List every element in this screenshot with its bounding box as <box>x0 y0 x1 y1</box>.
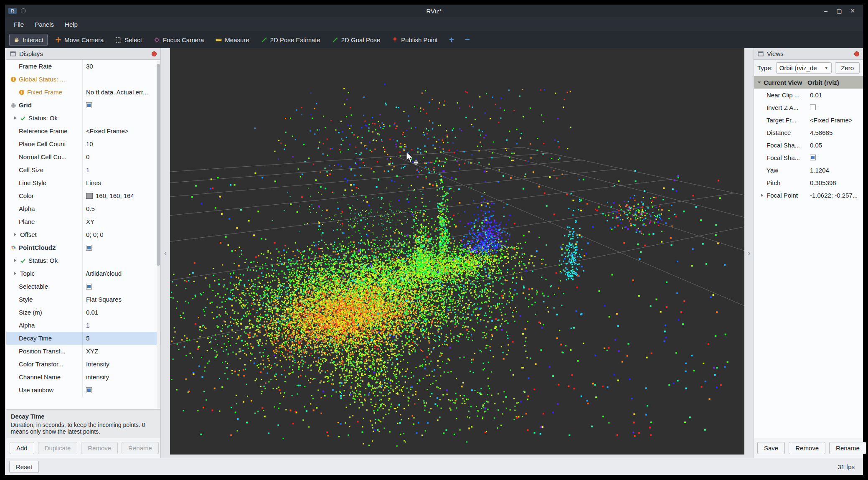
window-frame: R RViz* – ▢ ✕ FilePanelsHelp InteractMov… <box>5 5 863 475</box>
tool-move-camera[interactable]: Move Camera <box>51 34 108 46</box>
property-value: -1.0622; -0.257... <box>807 189 863 201</box>
property-name: PointCloud2 <box>19 244 56 251</box>
property-value: 10 <box>82 137 160 150</box>
expander-icon[interactable] <box>13 271 18 276</box>
menu-file[interactable]: File <box>8 18 29 30</box>
view-property-row-focal-point[interactable]: Focal Point-1.0622; -0.257... <box>754 189 863 201</box>
grid-checkbox[interactable] <box>86 102 92 108</box>
grid-icon <box>10 102 16 108</box>
view-type-select[interactable]: Orbit (rviz_de ▼ <box>776 62 832 74</box>
maximize-button[interactable]: ▢ <box>833 8 845 14</box>
view-type-value: Orbit (rviz_de <box>779 64 817 71</box>
property-row-position-transf[interactable]: Position Transf...XYZ <box>6 345 160 358</box>
color-swatch[interactable] <box>86 193 93 199</box>
property-row-alpha[interactable]: Alpha0.5 <box>6 202 160 215</box>
property-name: Alpha <box>19 322 35 329</box>
view-property-row-invert-z-a[interactable]: Invert Z A... <box>754 101 863 114</box>
property-row-fixed-frame[interactable]: Fixed FrameNo tf data. Actual err... <box>6 86 160 99</box>
tool-publish-point[interactable]: Publish Point <box>388 34 442 46</box>
property-row-channel-name[interactable]: Channel Nameintensity <box>6 371 160 383</box>
view-property-row-focal-sha[interactable]: Focal Sha...0.05 <box>754 139 863 151</box>
property-row-style[interactable]: StyleFlat Squares <box>6 293 160 306</box>
viewport-column: ‹ › <box>161 48 754 458</box>
property-row-pointcloud2[interactable]: PointCloud2 <box>6 241 160 254</box>
invert-z-a-checkbox[interactable] <box>810 104 816 110</box>
property-row-selectable[interactable]: Selectable <box>6 280 160 293</box>
status-bar: Reset 31 fps <box>5 458 863 475</box>
3d-viewport[interactable] <box>170 48 744 455</box>
tool-2d-goal-pose[interactable]: 2D Goal Pose <box>328 34 384 46</box>
property-row-global-status[interactable]: Global Status: ... <box>6 73 160 86</box>
property-row-use-rainbow[interactable]: Use rainbow <box>6 383 160 396</box>
tool-interact[interactable]: Interact <box>9 34 48 46</box>
views-tree: Near Clip ...0.01Invert Z A...Target Fr.… <box>754 89 863 438</box>
use-rainbow-checkbox[interactable] <box>86 387 92 393</box>
close-button[interactable]: ✕ <box>846 8 859 14</box>
toolbar: InteractMove CameraSelectFocus CameraMea… <box>5 31 863 48</box>
property-row-color-transfor[interactable]: Color Transfor...Intensity <box>6 358 160 371</box>
property-row-alpha[interactable]: Alpha1 <box>6 319 160 332</box>
property-row-plane-cell-count[interactable]: Plane Cell Count10 <box>6 137 160 150</box>
view-property-row-distance[interactable]: Distance4.58685 <box>754 126 863 139</box>
menu-panels[interactable]: Panels <box>29 18 59 30</box>
warning-icon <box>19 89 25 95</box>
tool-measure[interactable]: Measure <box>211 34 253 46</box>
remove-view-button[interactable]: Remove <box>789 442 825 454</box>
view-property-row-focal-sha[interactable]: Focal Sha... <box>754 151 863 164</box>
property-row-decay-time[interactable]: Decay Time5 <box>6 332 160 345</box>
property-row-offset[interactable]: Offset0; 0; 0 <box>6 228 160 241</box>
property-value <box>82 280 160 293</box>
view-property-row-yaw[interactable]: Yaw1.1204 <box>754 164 863 176</box>
add-button[interactable]: Add <box>10 442 34 454</box>
minimize-button[interactable]: – <box>820 8 832 14</box>
expander-icon[interactable] <box>760 193 764 198</box>
displays-panel-header[interactable]: Displays <box>6 48 160 60</box>
save-view-button[interactable]: Save <box>757 442 785 454</box>
view-property-row-near-clip[interactable]: Near Clip ...0.01 <box>754 89 863 101</box>
displays-scrollbar[interactable] <box>157 61 160 409</box>
reset-button[interactable]: Reset <box>9 461 39 473</box>
scrollbar-thumb[interactable] <box>157 64 160 266</box>
collapse-right-handle[interactable]: › <box>744 48 754 458</box>
view-property-row-target-fr[interactable]: Target Fr...<Fixed Frame> <box>754 114 863 126</box>
view-property-row-pitch[interactable]: Pitch0.305398 <box>754 176 863 189</box>
views-panel-header[interactable]: Views <box>754 48 863 60</box>
views-close-icon[interactable] <box>854 51 859 56</box>
property-row-grid[interactable]: Grid <box>6 99 160 112</box>
menu-help[interactable]: Help <box>59 18 83 30</box>
property-row-status-ok[interactable]: Status: Ok <box>6 112 160 124</box>
current-view-header[interactable]: Current View Orbit (rviz) <box>754 76 863 89</box>
pointcloud2-checkbox[interactable] <box>86 245 92 251</box>
property-value: 0.01 <box>807 89 863 101</box>
property-row-frame-rate[interactable]: Frame Rate30 <box>6 60 160 73</box>
property-row-normal-cell-co[interactable]: Normal Cell Co...0 <box>6 150 160 163</box>
selectable-checkbox[interactable] <box>86 284 92 290</box>
property-row-reference-frame[interactable]: Reference Frame<Fixed Frame> <box>6 124 160 137</box>
displays-close-icon[interactable] <box>152 51 157 56</box>
property-name: Plane Cell Count <box>19 140 66 147</box>
property-row-color[interactable]: Color160; 160; 164 <box>6 189 160 202</box>
property-row-status-ok[interactable]: Status: Ok <box>6 254 160 267</box>
property-value: 160; 160; 164 <box>82 189 160 202</box>
property-row-line-style[interactable]: Line StyleLines <box>6 176 160 189</box>
tool-select[interactable]: Select <box>111 34 146 46</box>
property-row-cell-size[interactable]: Cell Size1 <box>6 163 160 176</box>
rename-view-button[interactable]: Rename <box>829 442 866 454</box>
focal-sha-checkbox[interactable] <box>810 155 816 160</box>
collapse-left-handle[interactable]: ‹ <box>161 48 170 458</box>
property-value <box>82 112 160 124</box>
chevron-expanded-icon[interactable] <box>757 80 761 85</box>
pose-arrow-icon <box>261 37 267 43</box>
tool-focus-camera[interactable]: Focus Camera <box>150 34 208 46</box>
property-row-plane[interactable]: PlaneXY <box>6 215 160 228</box>
expander-icon[interactable] <box>13 258 18 263</box>
zero-button[interactable]: Zero <box>835 62 860 74</box>
remove-tool-button[interactable] <box>461 34 474 45</box>
expander-icon[interactable] <box>13 116 18 120</box>
property-value: 1 <box>82 163 160 176</box>
expander-icon[interactable] <box>13 232 18 237</box>
add-tool-button[interactable] <box>445 34 458 45</box>
property-row-size-m[interactable]: Size (m)0.01 <box>6 306 160 319</box>
tool-2d-pose-estimate[interactable]: 2D Pose Estimate <box>257 34 325 46</box>
property-row-topic[interactable]: Topic/utlidar/cloud <box>6 267 160 280</box>
